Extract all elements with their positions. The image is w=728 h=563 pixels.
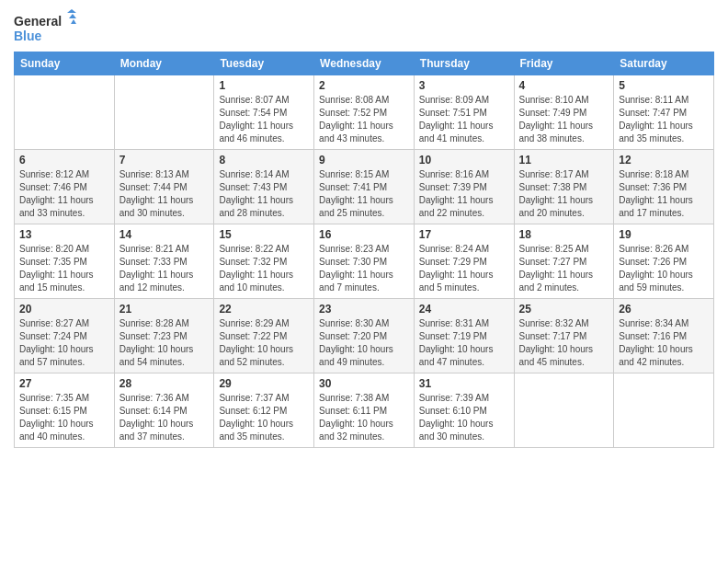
day-number: 11 bbox=[519, 154, 609, 167]
calendar-cell: 5Sunrise: 8:11 AM Sunset: 7:47 PM Daylig… bbox=[614, 75, 714, 150]
calendar-cell: 28Sunrise: 7:36 AM Sunset: 6:14 PM Dayli… bbox=[114, 373, 214, 448]
day-number: 29 bbox=[219, 377, 309, 390]
day-info: Sunrise: 8:34 AM Sunset: 7:16 PM Dayligh… bbox=[619, 317, 709, 369]
day-number: 1 bbox=[219, 79, 309, 92]
day-number: 30 bbox=[319, 377, 409, 390]
day-number: 23 bbox=[319, 303, 409, 316]
day-number: 20 bbox=[19, 303, 109, 316]
day-info: Sunrise: 8:26 AM Sunset: 7:26 PM Dayligh… bbox=[619, 243, 709, 294]
day-info: Sunrise: 8:10 AM Sunset: 7:49 PM Dayligh… bbox=[519, 94, 609, 145]
day-info: Sunrise: 8:13 AM Sunset: 7:44 PM Dayligh… bbox=[119, 168, 210, 220]
day-number: 5 bbox=[619, 79, 709, 92]
day-info: Sunrise: 8:28 AM Sunset: 7:23 PM Dayligh… bbox=[119, 317, 210, 369]
calendar-cell: 18Sunrise: 8:25 AM Sunset: 7:27 PM Dayli… bbox=[514, 224, 614, 299]
calendar-cell: 14Sunrise: 8:21 AM Sunset: 7:33 PM Dayli… bbox=[114, 224, 214, 299]
svg-marker-3 bbox=[69, 14, 76, 18]
day-header-thursday: Thursday bbox=[414, 52, 514, 75]
calendar-cell: 24Sunrise: 8:31 AM Sunset: 7:19 PM Dayli… bbox=[414, 299, 514, 373]
header-row: SundayMondayTuesdayWednesdayThursdayFrid… bbox=[15, 52, 714, 75]
calendar-cell: 30Sunrise: 7:38 AM Sunset: 6:11 PM Dayli… bbox=[314, 373, 415, 448]
day-header-friday: Friday bbox=[514, 52, 614, 75]
calendar-cell bbox=[114, 75, 214, 150]
day-number: 26 bbox=[619, 303, 709, 316]
calendar-cell: 2Sunrise: 8:08 AM Sunset: 7:52 PM Daylig… bbox=[314, 75, 415, 150]
week-row-4: 27Sunrise: 7:35 AM Sunset: 6:15 PM Dayli… bbox=[15, 373, 714, 448]
day-number: 4 bbox=[519, 79, 609, 92]
day-info: Sunrise: 8:29 AM Sunset: 7:22 PM Dayligh… bbox=[219, 317, 309, 369]
day-info: Sunrise: 8:18 AM Sunset: 7:36 PM Dayligh… bbox=[619, 168, 709, 220]
day-info: Sunrise: 8:15 AM Sunset: 7:41 PM Dayligh… bbox=[319, 168, 409, 220]
day-number: 9 bbox=[319, 154, 409, 167]
day-header-saturday: Saturday bbox=[614, 52, 714, 75]
calendar-cell: 19Sunrise: 8:26 AM Sunset: 7:26 PM Dayli… bbox=[614, 224, 714, 299]
day-number: 24 bbox=[419, 303, 509, 316]
calendar-cell: 12Sunrise: 8:18 AM Sunset: 7:36 PM Dayli… bbox=[614, 150, 714, 224]
calendar-cell: 17Sunrise: 8:24 AM Sunset: 7:29 PM Dayli… bbox=[414, 224, 514, 299]
calendar-cell: 13Sunrise: 8:20 AM Sunset: 7:35 PM Dayli… bbox=[15, 224, 115, 299]
day-number: 14 bbox=[119, 228, 210, 241]
day-info: Sunrise: 8:17 AM Sunset: 7:38 PM Dayligh… bbox=[519, 168, 609, 220]
calendar-cell: 23Sunrise: 8:30 AM Sunset: 7:20 PM Dayli… bbox=[314, 299, 415, 373]
calendar-table: SundayMondayTuesdayWednesdayThursdayFrid… bbox=[14, 52, 714, 448]
day-number: 18 bbox=[519, 228, 609, 241]
header: General Blue bbox=[14, 9, 714, 46]
day-info: Sunrise: 8:11 AM Sunset: 7:47 PM Dayligh… bbox=[619, 94, 709, 145]
day-number: 12 bbox=[619, 154, 709, 167]
day-number: 27 bbox=[19, 377, 109, 390]
calendar-cell: 26Sunrise: 8:34 AM Sunset: 7:16 PM Dayli… bbox=[614, 299, 714, 373]
day-info: Sunrise: 8:21 AM Sunset: 7:33 PM Dayligh… bbox=[119, 243, 210, 294]
day-info: Sunrise: 7:35 AM Sunset: 6:15 PM Dayligh… bbox=[19, 392, 109, 443]
svg-marker-2 bbox=[67, 9, 76, 13]
day-header-wednesday: Wednesday bbox=[314, 52, 415, 75]
day-info: Sunrise: 8:09 AM Sunset: 7:51 PM Dayligh… bbox=[419, 94, 509, 145]
calendar-cell: 29Sunrise: 7:37 AM Sunset: 6:12 PM Dayli… bbox=[214, 373, 314, 448]
day-number: 10 bbox=[419, 154, 509, 167]
day-header-sunday: Sunday bbox=[15, 52, 115, 75]
day-header-monday: Monday bbox=[114, 52, 214, 75]
day-info: Sunrise: 8:32 AM Sunset: 7:17 PM Dayligh… bbox=[519, 317, 609, 369]
day-number: 7 bbox=[119, 154, 210, 167]
svg-text:General: General bbox=[14, 14, 62, 29]
week-row-3: 20Sunrise: 8:27 AM Sunset: 7:24 PM Dayli… bbox=[15, 299, 714, 373]
calendar-cell: 20Sunrise: 8:27 AM Sunset: 7:24 PM Dayli… bbox=[15, 299, 115, 373]
calendar-cell: 9Sunrise: 8:15 AM Sunset: 7:41 PM Daylig… bbox=[314, 150, 415, 224]
day-number: 3 bbox=[419, 79, 509, 92]
day-number: 28 bbox=[119, 377, 210, 390]
calendar-cell: 7Sunrise: 8:13 AM Sunset: 7:44 PM Daylig… bbox=[114, 150, 214, 224]
day-number: 17 bbox=[419, 228, 509, 241]
day-header-tuesday: Tuesday bbox=[214, 52, 314, 75]
day-info: Sunrise: 7:39 AM Sunset: 6:10 PM Dayligh… bbox=[419, 392, 509, 443]
calendar-cell: 25Sunrise: 8:32 AM Sunset: 7:17 PM Dayli… bbox=[514, 299, 614, 373]
calendar-cell: 10Sunrise: 8:16 AM Sunset: 7:39 PM Dayli… bbox=[414, 150, 514, 224]
day-info: Sunrise: 8:24 AM Sunset: 7:29 PM Dayligh… bbox=[419, 243, 509, 294]
page: General Blue SundayMondayTuesdayWednesda… bbox=[0, 0, 728, 457]
calendar-cell bbox=[614, 373, 714, 448]
logo-svg: General Blue bbox=[14, 9, 78, 46]
week-row-0: 1Sunrise: 8:07 AM Sunset: 7:54 PM Daylig… bbox=[15, 75, 714, 150]
day-info: Sunrise: 8:20 AM Sunset: 7:35 PM Dayligh… bbox=[19, 243, 109, 294]
calendar-cell: 8Sunrise: 8:14 AM Sunset: 7:43 PM Daylig… bbox=[214, 150, 314, 224]
day-number: 8 bbox=[219, 154, 309, 167]
day-info: Sunrise: 8:07 AM Sunset: 7:54 PM Dayligh… bbox=[219, 94, 309, 145]
calendar-cell: 11Sunrise: 8:17 AM Sunset: 7:38 PM Dayli… bbox=[514, 150, 614, 224]
calendar-cell: 6Sunrise: 8:12 AM Sunset: 7:46 PM Daylig… bbox=[15, 150, 115, 224]
day-info: Sunrise: 8:30 AM Sunset: 7:20 PM Dayligh… bbox=[319, 317, 409, 369]
day-number: 16 bbox=[319, 228, 409, 241]
day-info: Sunrise: 7:38 AM Sunset: 6:11 PM Dayligh… bbox=[319, 392, 409, 443]
day-number: 31 bbox=[419, 377, 509, 390]
calendar-cell bbox=[15, 75, 115, 150]
day-info: Sunrise: 8:12 AM Sunset: 7:46 PM Dayligh… bbox=[19, 168, 109, 220]
calendar-cell: 22Sunrise: 8:29 AM Sunset: 7:22 PM Dayli… bbox=[214, 299, 314, 373]
day-number: 19 bbox=[619, 228, 709, 241]
day-number: 2 bbox=[319, 79, 409, 92]
calendar-cell: 31Sunrise: 7:39 AM Sunset: 6:10 PM Dayli… bbox=[414, 373, 514, 448]
calendar-cell: 27Sunrise: 7:35 AM Sunset: 6:15 PM Dayli… bbox=[15, 373, 115, 448]
calendar-cell: 3Sunrise: 8:09 AM Sunset: 7:51 PM Daylig… bbox=[414, 75, 514, 150]
day-info: Sunrise: 8:16 AM Sunset: 7:39 PM Dayligh… bbox=[419, 168, 509, 220]
calendar-cell: 1Sunrise: 8:07 AM Sunset: 7:54 PM Daylig… bbox=[214, 75, 314, 150]
day-info: Sunrise: 8:14 AM Sunset: 7:43 PM Dayligh… bbox=[219, 168, 309, 220]
calendar-cell: 16Sunrise: 8:23 AM Sunset: 7:30 PM Dayli… bbox=[314, 224, 415, 299]
logo: General Blue bbox=[14, 9, 78, 46]
day-number: 21 bbox=[119, 303, 210, 316]
day-info: Sunrise: 8:22 AM Sunset: 7:32 PM Dayligh… bbox=[219, 243, 309, 294]
